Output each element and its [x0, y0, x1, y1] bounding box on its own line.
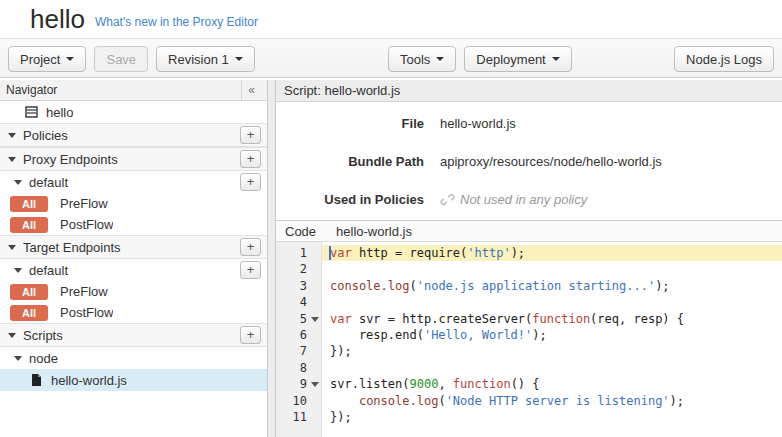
save-button[interactable]: Save	[94, 46, 148, 72]
add-button-policies[interactable]: +	[240, 126, 261, 144]
code-bar-label: Code	[285, 224, 316, 239]
flow-badge[interactable]: All	[10, 305, 48, 321]
gutter-line-number: 9	[276, 376, 321, 392]
field-row-bundle-path: Bundle Pathapiproxy/resources/node/hello…	[276, 146, 782, 184]
nav-item-label: hello-world.js	[51, 373, 261, 388]
nav-item-label: PreFlow	[60, 196, 108, 211]
nav-item-target-endpoints[interactable]: Target Endpoints+	[0, 235, 267, 259]
nav-item-hello[interactable]: hello	[0, 101, 267, 123]
code-line[interactable]: });	[322, 343, 782, 359]
gutter-line-number: 7	[276, 343, 321, 359]
code-token-plain: ,	[438, 377, 452, 391]
code-line[interactable]	[322, 294, 782, 310]
editor-gutter: 1234567891011	[276, 242, 322, 437]
nav-item-hello-world-js[interactable]: hello-world.js	[0, 369, 267, 391]
script-detail-panel: Script: hello-world.js Filehello-world.j…	[276, 80, 782, 437]
save-button-label: Save	[106, 52, 136, 67]
code-token-plain: svr = http.createServer(	[352, 312, 533, 326]
nav-item-policies[interactable]: Policies+	[0, 123, 267, 147]
whats-new-link[interactable]: What's new in the Proxy Editor	[95, 15, 258, 29]
nav-item-postflow[interactable]: AllPostFlow	[0, 302, 267, 323]
nav-item-default[interactable]: default+	[0, 171, 267, 193]
expand-triangle-icon[interactable]	[14, 180, 22, 185]
code-token-plain: );	[511, 246, 525, 260]
code-token-kw: function	[532, 312, 590, 326]
toolbar: Project Save Revision 1 Tools Deployment	[0, 38, 782, 78]
code-token-plain: (req, resp) {	[590, 312, 684, 326]
code-token-str: 'Node HTTP server is listening'	[446, 394, 670, 408]
editor-code-pane[interactable]: var http = require('http');console.log('…	[322, 242, 782, 437]
gutter-line-number: 6	[276, 327, 321, 343]
code-editor[interactable]: 1234567891011 var http = require('http')…	[276, 242, 782, 437]
expand-triangle-icon[interactable]	[14, 268, 22, 273]
code-line[interactable]	[322, 360, 782, 376]
nav-item-postflow[interactable]: AllPostFlow	[0, 214, 267, 235]
code-token-plain: svr.listen(	[330, 377, 409, 391]
nav-item-preflow[interactable]: AllPreFlow	[0, 193, 267, 214]
nav-item-label: node	[29, 351, 261, 366]
tools-dropdown-label: Tools	[400, 52, 430, 67]
add-button-default[interactable]: +	[240, 261, 261, 279]
nav-item-label: PostFlow	[60, 305, 113, 320]
field-value: apiproxy/resources/node/hello-world.js	[440, 154, 662, 169]
code-line[interactable]: console.log('Node HTTP server is listeni…	[322, 393, 782, 409]
fold-arrow-icon[interactable]	[311, 382, 319, 387]
script-panel-title: Script: hello-world.js	[284, 83, 400, 98]
code-token-num: 9000	[409, 377, 438, 391]
add-button-default[interactable]: +	[240, 173, 261, 191]
expand-triangle-icon[interactable]	[8, 157, 16, 162]
flow-badge[interactable]: All	[10, 217, 48, 233]
field-value-text: hello-world.js	[440, 116, 516, 131]
navigator-header: Navigator «	[0, 80, 267, 101]
nav-item-label: Target Endpoints	[23, 240, 240, 255]
expand-triangle-icon[interactable]	[8, 245, 16, 250]
expand-triangle-icon[interactable]	[8, 333, 16, 338]
nav-item-proxy-endpoints[interactable]: Proxy Endpoints+	[0, 147, 267, 171]
code-token-kw: var	[330, 312, 352, 326]
nav-item-default[interactable]: default+	[0, 259, 267, 281]
code-line[interactable]: svr.listen(9000, function() {	[322, 376, 782, 392]
expand-triangle-icon[interactable]	[8, 133, 16, 138]
add-button-proxy-endpoints[interactable]: +	[240, 150, 261, 168]
nav-item-label: PostFlow	[60, 217, 113, 232]
tools-dropdown[interactable]: Tools	[388, 46, 456, 72]
code-line[interactable]	[322, 261, 782, 277]
code-line[interactable]: });	[322, 409, 782, 425]
gutter-line-number: 11	[276, 409, 321, 425]
add-button-scripts[interactable]: +	[240, 326, 261, 344]
flow-badge[interactable]: All	[10, 284, 48, 300]
code-token-plain: (	[438, 394, 445, 408]
code-line[interactable]: var http = require('http');	[322, 245, 782, 261]
chevron-down-icon	[235, 57, 243, 61]
fold-arrow-icon[interactable]	[311, 317, 319, 322]
navigator-title: Navigator	[6, 83, 57, 97]
code-token-str: 'node.js application starting...'	[417, 279, 655, 293]
nodejs-logs-button[interactable]: Node.js Logs	[674, 46, 774, 72]
nav-item-scripts[interactable]: Scripts+	[0, 323, 267, 347]
code-line[interactable]: console.log('node.js application startin…	[322, 278, 782, 294]
code-line[interactable]: resp.end('Hello, World!');	[322, 327, 782, 343]
project-dropdown[interactable]: Project	[8, 46, 86, 72]
flow-badge[interactable]: All	[10, 196, 48, 212]
deployment-dropdown[interactable]: Deployment	[464, 46, 571, 72]
add-button-target-endpoints[interactable]: +	[240, 238, 261, 256]
code-bar: Code hello-world.js	[276, 220, 782, 242]
revision-dropdown[interactable]: Revision 1	[156, 46, 255, 72]
panel-divider[interactable]	[268, 80, 276, 437]
navigator-tree: helloPolicies+Proxy Endpoints+default+Al…	[0, 101, 267, 437]
nav-item-preflow[interactable]: AllPreFlow	[0, 281, 267, 302]
chevron-down-icon	[436, 57, 444, 61]
code-token-plain: );	[670, 394, 684, 408]
code-token-plain	[330, 394, 359, 408]
collapse-navigator-icon[interactable]: «	[241, 80, 261, 100]
code-token-plain: resp.end(	[330, 328, 424, 342]
text-cursor	[329, 246, 331, 260]
expand-triangle-icon[interactable]	[14, 356, 22, 361]
nav-item-node[interactable]: node	[0, 347, 267, 369]
gutter-line-number: 5	[276, 311, 321, 327]
nav-item-label: Scripts	[23, 328, 240, 343]
nav-item-label: Proxy Endpoints	[23, 152, 240, 167]
file-icon	[30, 373, 43, 387]
chevron-down-icon	[552, 57, 560, 61]
code-line[interactable]: var svr = http.createServer(function(req…	[322, 311, 782, 327]
